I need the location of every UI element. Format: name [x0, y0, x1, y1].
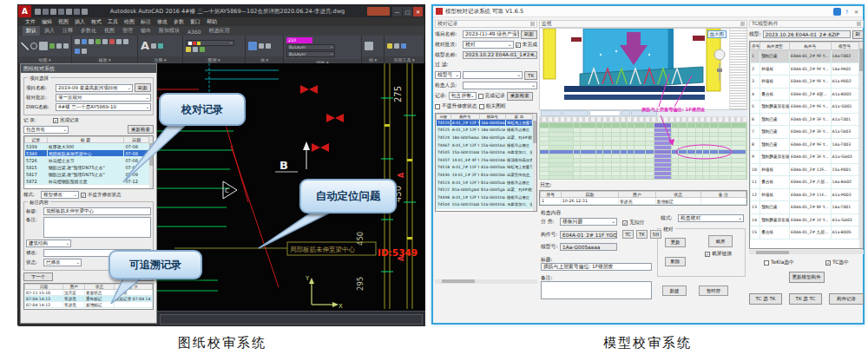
- project-combo[interactable]: 2019-09 泰康高新河项目收: [56, 84, 133, 92]
- annotate-tool-icon[interactable]: [158, 43, 163, 49]
- screenshot-link-checkbox[interactable]: [705, 252, 710, 257]
- table-row[interactable]: 5预制飘窗异形墙E04A-01_2# 9F Y...A1a-G001: [751, 101, 859, 114]
- table-row[interactable]: 10外墙板E04A-01_2# 12F...15a-P001: [751, 163, 859, 176]
- block-tool-icon[interactable]: [259, 43, 264, 49]
- table-row[interactable]: 13预制凸窗E04A-01_2# 8F Y...1Aa-T001: [751, 201, 859, 214]
- tk-button[interactable]: TK: [636, 230, 648, 239]
- pin-icon[interactable]: [740, 22, 745, 26]
- menu-item[interactable]: 绘图: [124, 18, 135, 26]
- frame-checkbox[interactable]: [479, 104, 484, 109]
- qat-icon[interactable]: [43, 9, 49, 15]
- panel-label[interactable]: 绘图: [18, 56, 71, 63]
- measure-tool-icon[interactable]: [387, 43, 392, 49]
- table-row[interactable]: 74498A-01_1# 12F YGCS1a-G001haaba楼板吊点修正: [437, 194, 533, 201]
- table-row[interactable]: 11叠合板E04A-01_2# 八层...1Aa-BA02: [751, 176, 859, 189]
- table-row[interactable]: 7452418a-G005wauba18a-G005gaeba边梁、列3#板预留…: [437, 134, 533, 141]
- menu-item[interactable]: 文件: [25, 18, 36, 26]
- sheet-tab[interactable]: [541, 110, 562, 116]
- qat-icon[interactable]: [58, 9, 64, 15]
- title-input[interactable]: 局部板筋未伸至梁中心: [43, 207, 151, 215]
- record-filter-combo[interactable]: 包含所有: [449, 92, 477, 100]
- part-record-button[interactable]: 构件记录: [829, 293, 864, 305]
- insert-block-icon[interactable]: [248, 42, 257, 50]
- delete-button[interactable]: 删除: [665, 257, 686, 266]
- new-button[interactable]: 新建: [662, 286, 687, 296]
- draw-tool-icon[interactable]: [56, 43, 62, 49]
- update-parts-button[interactable]: 更新模型构件: [789, 272, 825, 283]
- tc-select-checkbox[interactable]: [825, 260, 831, 266]
- sheet-tab[interactable]: [589, 110, 621, 116]
- ribbon-tab[interactable]: 注释: [59, 26, 76, 36]
- menu-item[interactable]: 格式: [91, 18, 102, 26]
- modify-tool-icon[interactable]: [82, 39, 87, 44]
- sheet-tab[interactable]: [562, 110, 589, 116]
- filter-value-combo[interactable]: [463, 71, 523, 79]
- ribbon-tab[interactable]: 附加模块: [155, 26, 183, 36]
- ribbon-tab[interactable]: 输出: [137, 26, 155, 36]
- modify-tool-icon[interactable]: [89, 39, 94, 44]
- ribbon-tab[interactable]: 管理: [119, 26, 136, 36]
- circle-tool-icon[interactable]: [30, 43, 37, 49]
- mode-combo[interactable]: 检查校对: [678, 214, 744, 222]
- note-textarea[interactable]: [43, 217, 151, 238]
- feedback-icon[interactable]: [833, 8, 841, 16]
- lineweight-combo[interactable]: ByLayer: [286, 51, 335, 57]
- modify-tool-icon[interactable]: [109, 39, 115, 44]
- qat-icon[interactable]: [50, 9, 56, 15]
- h-scrollbar[interactable]: [749, 250, 864, 254]
- draw-tool-icon[interactable]: [63, 43, 69, 49]
- line-tool-icon[interactable]: [21, 43, 29, 50]
- pin-icon[interactable]: [857, 22, 861, 26]
- table-row[interactable]: 74520A-01_2# 11F YGC16a-G005aaaaa插筋与上层窗弯…: [437, 119, 533, 127]
- menu-item[interactable]: 窗口: [190, 18, 201, 26]
- table-row[interactable]: 14预制飘窗异形墙E04A-01_2# 1F Y...A1a-GA03: [751, 213, 859, 226]
- table-row[interactable]: 74522B1a-G005gasbaB1a-G005gaeba边梁、列3#板预留…: [437, 186, 533, 194]
- tk-button[interactable]: TK: [524, 71, 537, 80]
- close-icon[interactable]: [852, 8, 860, 16]
- table-row[interactable]: 74518A-01_2# 11F YGCA1a-G005aaaaa插筋与上层窗弯…: [437, 164, 533, 172]
- table-row[interactable]: 7443014-01_1# 2F YGCB1a-G002bbbda边梁宣传状态、…: [437, 171, 533, 179]
- done-checkbox[interactable]: [53, 118, 58, 123]
- layer-tool-icon[interactable]: [193, 47, 198, 52]
- ribbon-tab[interactable]: A360: [184, 28, 205, 36]
- layer-tool-icon[interactable]: [186, 47, 191, 52]
- table-row[interactable]: 7预制凸窗E04A-01_2# 3F Y...A1a-TA03: [751, 126, 859, 139]
- h-scrollbar[interactable]: [435, 279, 537, 284]
- qat-icon[interactable]: [35, 9, 41, 15]
- menu-item[interactable]: 修改: [157, 18, 168, 26]
- tk-to-tc-button[interactable]: TK 选 TC: [789, 293, 822, 305]
- dwg-combo[interactable]: 4#楼 三—十层AY5869-10: [56, 103, 151, 111]
- autocad-logo-icon[interactable]: A: [18, 5, 31, 17]
- menu-item[interactable]: 标注: [141, 18, 151, 26]
- text-tool-icon[interactable]: A: [141, 41, 149, 51]
- panel-label[interactable]: 注释: [138, 56, 182, 63]
- checker-combo[interactable]: [463, 82, 537, 89]
- panel-label[interactable]: 修改: [72, 56, 137, 63]
- unfinished-checkbox[interactable]: [516, 43, 521, 48]
- table-row[interactable]: 15叠合板E04A-01_2# 九层...A1a-B005: [751, 226, 859, 240]
- menu-item[interactable]: 工具: [108, 18, 118, 26]
- layer-tool-icon[interactable]: [200, 47, 205, 52]
- refresh-button[interactable]: 刷: [852, 30, 865, 39]
- menu-item[interactable]: 帮助: [207, 18, 217, 26]
- qat-icon[interactable]: [74, 9, 80, 15]
- linetype-combo[interactable]: ByLayer: [286, 44, 335, 50]
- modify-tool-icon[interactable]: [116, 39, 122, 44]
- ribbon-tab[interactable]: 精选应用: [206, 26, 233, 36]
- tc-button[interactable]: TC: [622, 230, 634, 239]
- close-icon[interactable]: [413, 7, 423, 16]
- keep-checkbox[interactable]: [81, 193, 86, 198]
- filter-type-combo[interactable]: 模型号: [435, 71, 461, 79]
- ribbon-tab[interactable]: 参数化: [77, 26, 100, 36]
- modify-tool-icon[interactable]: [75, 39, 80, 44]
- table-row[interactable]: 74525A-01_1# 12F YGC18a-G005casba楼板吊点修正: [437, 127, 533, 135]
- spreadsheet[interactable]: [539, 122, 747, 180]
- sheet-toolbar[interactable]: [539, 116, 747, 122]
- layer-combo[interactable]: [186, 40, 234, 46]
- menu-item[interactable]: 插入: [75, 18, 85, 26]
- table-row[interactable]: 74504S1a-G001haabaS1a-G001haaba无盖管加口、全部: [437, 201, 533, 209]
- table-row[interactable]: 2外墙板E04A-01_2# 9F Y...1Aa-PA01: [751, 62, 859, 75]
- batch-combo[interactable]: 第一次校对: [56, 94, 151, 102]
- model-viewport[interactable]: 放大图: [539, 28, 747, 110]
- command-line[interactable]: [157, 311, 425, 326]
